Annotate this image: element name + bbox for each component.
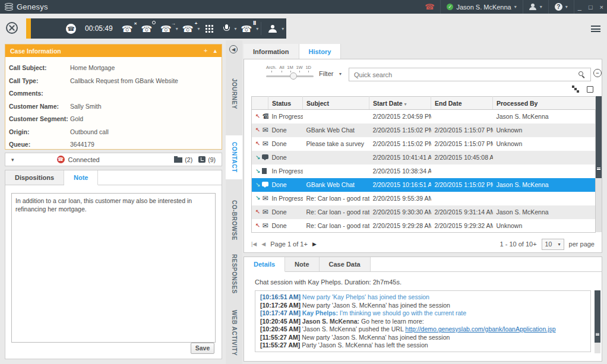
collapse-panel-button[interactable]: ▴: [213, 47, 217, 55]
history-row[interactable]: ↖ DoneRe: Car loan - good rates? 2/20/20…: [252, 219, 596, 233]
scrollbar-thumb[interactable]: [596, 96, 602, 178]
chevron-down-icon: ▾: [565, 4, 568, 10]
table-scrollbar[interactable]: [596, 96, 602, 232]
genesys-rings-icon: [5, 3, 14, 11]
field-value: Outbound call: [70, 126, 109, 139]
per-page-select[interactable]: 10 ▾: [542, 239, 564, 250]
tab-note[interactable]: Note: [64, 170, 98, 185]
sidetab-journey[interactable]: JOURNEY: [226, 67, 242, 121]
time-range-slider[interactable]: [266, 75, 314, 77]
next-page-button[interactable]: ▶: [312, 241, 317, 247]
filter-caret-icon[interactable]: ▾: [339, 71, 342, 77]
schedule-callback-button[interactable]: ☎Ⅱ: [237, 18, 257, 39]
range-1d[interactable]: 1D: [305, 65, 311, 70]
time-range-labels: Arch. All 1M 1W 1D: [266, 65, 311, 70]
range-1w[interactable]: 1W: [296, 65, 302, 70]
minimize-button[interactable]: _: [574, 4, 585, 11]
filter-dropdown[interactable]: Filter: [319, 70, 333, 77]
history-row[interactable]: ↘ Done 2/20/2015 10:41:41 AM2/20/2015 10…: [252, 151, 596, 164]
history-row[interactable]: ↘ In ProgressRe: Car loan - good rates? …: [252, 192, 596, 205]
search-icon[interactable]: [578, 71, 583, 76]
party-action-button[interactable]: [264, 18, 282, 39]
tab-case-data[interactable]: Case Data: [320, 257, 371, 271]
history-row[interactable]: ↖ DonePlease take a survey 2/20/2015 1:1…: [252, 137, 596, 151]
col-subject[interactable]: Subject: [303, 97, 369, 110]
maximize-button[interactable]: □: [585, 4, 596, 11]
slider-thumb[interactable]: [290, 72, 297, 80]
collapse-strip-icon[interactable]: ◀: [229, 45, 238, 53]
history-row[interactable]: ↖ In Progress 2/20/2015 2:04:59 PMJason …: [252, 110, 596, 124]
brand-name: Genesys: [17, 2, 48, 11]
call-toolbar: ☎ 00:05:49 ☎× ☎ ☎→ ▾ ☎+ ▾ ▾ ☎Ⅱ ▾ ▾: [26, 18, 286, 39]
instant-transfer-button[interactable]: ☎→: [156, 18, 176, 39]
close-button[interactable]: ×: [596, 4, 607, 11]
range-arch[interactable]: Arch.: [266, 65, 277, 70]
field-label: Origin:: [9, 126, 70, 139]
case-field-row: Call Subject: Home Mortgage: [9, 62, 218, 75]
transcript-scrollbar[interactable]: [595, 290, 600, 353]
field-value: 3644179: [70, 138, 94, 151]
instant-conference-button[interactable]: ☎+: [178, 18, 198, 39]
party-action-caret[interactable]: ▾: [282, 26, 284, 31]
agent-menu[interactable]: ▾: [523, 0, 548, 14]
tab-details-note[interactable]: Note: [285, 257, 319, 271]
tab-details[interactable]: Details: [244, 257, 285, 272]
range-all[interactable]: All: [279, 65, 284, 70]
col-status[interactable]: Status: [268, 97, 303, 110]
hold-call-button[interactable]: ☎: [137, 18, 156, 39]
tab-dispositions[interactable]: Dispositions: [5, 170, 64, 185]
party-dropdown-caret[interactable]: ▾: [5, 157, 20, 163]
case-field-row: Call Type: Callback Request from GBank W…: [9, 75, 218, 88]
sidetab-webactivity[interactable]: WEB ACTIVITY: [226, 306, 242, 360]
history-row[interactable]: ↖ DoneRe: Car loan - good rates? 2/20/20…: [252, 205, 596, 219]
user-menu[interactable]: ✓ Jason S. McKenna ▾: [441, 0, 522, 14]
prev-page-button[interactable]: ◀: [261, 241, 265, 247]
advanced-search-toggle-icon[interactable]: −: [593, 69, 602, 77]
quick-search-input[interactable]: [349, 68, 591, 81]
callback-menu-caret[interactable]: ▾: [256, 26, 258, 31]
active-call-indicator[interactable]: ☎: [419, 0, 440, 14]
add-field-button[interactable]: +: [204, 47, 207, 55]
transcript-line: [10:17:26 AM] New party 'Jason S. McKenn…: [260, 302, 586, 310]
note-textarea[interactable]: In addition to a car loan, this customer…: [11, 193, 216, 343]
scrollbar-thumb[interactable]: [595, 290, 600, 343]
genesys-logo: Genesys: [0, 2, 48, 11]
call-status-bar: ▾ ☎ Connected (2) (9): [5, 153, 222, 166]
case-information-header: Case Information + ▴: [5, 45, 222, 57]
pagination-bar: |◀ ◀ Page 1 of 1+ ▶ 1 - 10 of 10+ 10 ▾ p…: [251, 238, 595, 251]
per-page-label: per page: [569, 240, 595, 248]
first-page-button[interactable]: |◀: [251, 241, 257, 247]
side-tab-strip: ◀ JOURNEY CONTACT CO-BROWSE RESPONSES WE…: [226, 40, 242, 364]
end-call-icon: ☎: [122, 24, 133, 33]
title-bar: Genesys ☎ ✓ Jason S. McKenna ▾ ▾ ? ▾ _ □…: [0, 0, 607, 14]
keypad-button[interactable]: [200, 18, 219, 39]
sidetab-contact[interactable]: CONTACT: [226, 135, 242, 179]
field-value: Home Mortgage: [70, 62, 115, 75]
case-folder-icon[interactable]: [174, 157, 182, 163]
col-processed-by[interactable]: Processed By: [493, 97, 596, 110]
media-icon: [262, 182, 268, 186]
phone-icon: ☎: [425, 3, 434, 11]
flat-view-icon[interactable]: [587, 86, 593, 93]
main-menu-icon[interactable]: [591, 26, 600, 32]
sidetab-responses[interactable]: RESPONSES: [226, 252, 242, 295]
col-end-date[interactable]: End Date: [431, 97, 493, 110]
range-1m[interactable]: 1M: [287, 65, 293, 70]
call-party-status: ☎: [62, 18, 80, 39]
end-call-button[interactable]: ☎×: [118, 18, 137, 39]
field-label: Call Type:: [9, 75, 70, 88]
history-row[interactable]: ↘ In Progress 2/20/2015 10:38:34 AM: [252, 164, 596, 178]
thread-view-icon[interactable]: [572, 86, 580, 93]
tab-information[interactable]: Information: [244, 44, 299, 59]
save-button[interactable]: Save: [191, 343, 214, 354]
history-clock-icon[interactable]: [198, 156, 206, 163]
pushed-url-link[interactable]: http://demo.genesyslab.com/gbank/loanApp…: [405, 325, 555, 333]
history-row-selected[interactable]: ↘ DoneGBank Web Chat 2/20/2015 10:16:51 …: [252, 178, 596, 192]
mute-mic-button[interactable]: [219, 18, 235, 39]
help-menu[interactable]: ? ▾: [549, 0, 574, 14]
sidetab-cobrowse[interactable]: CO-BROWSE: [226, 198, 242, 243]
hold-call-icon: ☎: [141, 24, 152, 33]
history-row[interactable]: ↖ DoneGBank Web Chat 2/20/2015 1:15:02 P…: [252, 124, 596, 137]
col-start-date[interactable]: Start Date ▾: [369, 97, 431, 110]
tab-history[interactable]: History: [299, 44, 342, 59]
